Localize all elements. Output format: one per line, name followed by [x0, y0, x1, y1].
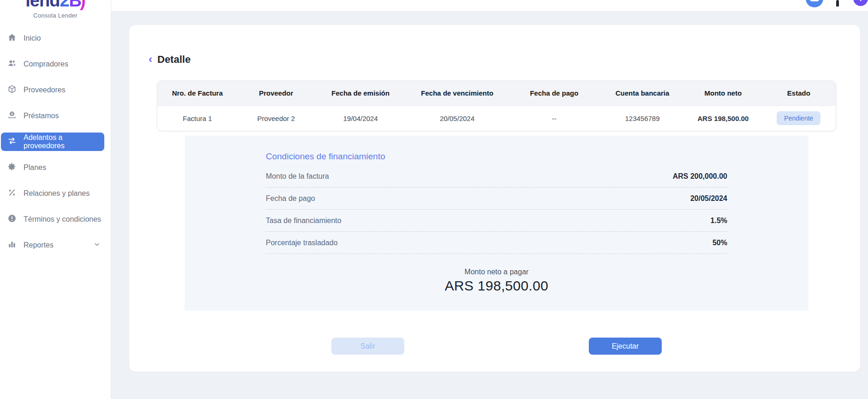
detail-card: ‹ Detalle Nro. de Factura Proveedor Fech…	[129, 25, 860, 372]
condition-label: Fecha de pago	[266, 194, 315, 203]
exclamation-circle-icon	[7, 214, 17, 225]
cell-proveedor: Proveedor 2	[237, 115, 315, 122]
percent-icon	[7, 188, 17, 199]
package-icon	[7, 85, 17, 96]
col-estado: Estado	[762, 89, 836, 97]
sidebar-item-terminos-y-condiciones[interactable]: Términos y condiciones	[1, 210, 104, 229]
condition-label: Porcentaje trasladado	[266, 239, 338, 247]
sidebar-item-label: Compradores	[24, 60, 68, 68]
coin-deposit-icon: $	[7, 110, 17, 121]
col-proveedor: Proveedor	[237, 89, 315, 97]
logo-text-2: 2	[60, 0, 69, 10]
chevron-down-icon[interactable]	[93, 241, 101, 250]
sidebar-item-prestamos[interactable]: $ Préstamos	[1, 107, 104, 125]
net-amount-label: Monto neto a pagar	[185, 268, 808, 276]
sidebar: lend2B) Consola Lender Inicio Compradore…	[0, 0, 111, 399]
condition-label: Tasa de financiamiento	[266, 217, 341, 225]
exit-button[interactable]: Salir	[331, 338, 404, 355]
sidebar-item-label: Reportes	[24, 241, 54, 249]
sidebar-item-adelantos-a-proveedores[interactable]: Adelantos a proveedores	[1, 133, 104, 151]
sidebar-nav: Inicio Compradores Proveedores $ Préstam…	[0, 29, 111, 254]
sidebar-item-proveedores[interactable]: Proveedores	[1, 81, 104, 99]
net-amount-value: ARS 198,500.00	[185, 278, 808, 294]
col-nro-de-factura: Nro. de Factura	[157, 89, 237, 97]
cell-emision: 19/04/2024	[315, 115, 406, 122]
cell-pago: --	[508, 115, 600, 122]
sidebar-item-inicio[interactable]: Inicio	[1, 29, 104, 48]
conditions-panel: Condiciones de financiamiento Monto de l…	[185, 136, 808, 311]
sidebar-item-label: Relaciones y planes	[24, 189, 90, 198]
col-fecha-de-emision: Fecha de emisión	[315, 89, 406, 97]
sidebar-item-label: Inicio	[24, 34, 41, 42]
sidebar-item-label: Proveedores	[24, 86, 66, 94]
cell-monto-neto: ARS 198,500.00	[684, 115, 762, 122]
user-avatar-icon[interactable]	[806, 0, 823, 7]
home-icon	[7, 33, 17, 44]
status-badge: Pendiente	[777, 111, 820, 125]
logo-text-main: lend	[25, 0, 60, 10]
gear-icon	[7, 162, 17, 173]
sidebar-item-relaciones-y-planes[interactable]: Relaciones y planes	[1, 184, 104, 203]
brand-mark-icon[interactable]	[853, 0, 868, 6]
bar-chart-icon	[7, 240, 17, 251]
conditions-rows: Monto de la factura ARS 200,000.00 Fecha…	[266, 165, 727, 254]
condition-value: 20/05/2024	[690, 194, 727, 203]
chevron-left-icon: ‹	[149, 54, 152, 65]
col-fecha-de-vencimiento: Fecha de vencimiento	[406, 89, 508, 97]
condition-row-tasa: Tasa de financiamiento 1.5%	[266, 210, 727, 232]
condition-value: ARS 200,000.00	[673, 172, 727, 181]
logo-swoosh: )	[80, 0, 85, 10]
conditions-title: Condiciones de financiamiento	[266, 151, 385, 162]
condition-value: 50%	[712, 239, 727, 247]
col-cuenta-bancaria: Cuenta bancaria	[600, 89, 684, 97]
sidebar-item-compradores[interactable]: Compradores	[1, 55, 104, 73]
sidebar-item-label: Planes	[24, 163, 46, 172]
app-logo: lend2B)	[0, 0, 111, 11]
invoice-table-header: Nro. de Factura Proveedor Fecha de emisi…	[157, 81, 836, 106]
col-fecha-de-pago: Fecha de pago	[508, 89, 600, 97]
condition-row-monto-factura: Monto de la factura ARS 200,000.00	[266, 165, 727, 187]
back-button[interactable]: ‹ Detalle	[149, 54, 191, 66]
cell-vencimiento: 20/05/2024	[406, 115, 508, 122]
topbar	[111, 0, 868, 12]
sidebar-item-planes[interactable]: Planes	[1, 158, 104, 177]
console-subtitle: Consola Lender	[0, 12, 111, 19]
sidebar-item-reportes[interactable]: Reportes	[1, 236, 104, 254]
filter-icon[interactable]	[832, 0, 843, 2]
cell-cuenta: 123456789	[600, 115, 684, 122]
svg-text:$: $	[11, 112, 13, 116]
execute-button[interactable]: Ejecutar	[589, 338, 662, 355]
sidebar-item-label: Adelantos a proveedores	[24, 133, 104, 150]
invoice-table: Nro. de Factura Proveedor Fecha de emisi…	[157, 80, 836, 131]
condition-label: Monto de la factura	[266, 172, 329, 181]
swap-arrows-icon	[7, 136, 17, 147]
condition-row-porcentaje: Porcentaje trasladado 50%	[266, 232, 727, 254]
cell-nro-factura: Factura 1	[157, 115, 237, 122]
table-row[interactable]: Factura 1 Proveedor 2 19/04/2024 20/05/2…	[157, 106, 836, 131]
net-amount-block: Monto neto a pagar ARS 198,500.00	[185, 268, 808, 294]
sidebar-item-label: Préstamos	[24, 112, 59, 120]
condition-value: 1.5%	[711, 217, 727, 225]
col-monto-neto: Monto neto	[684, 89, 762, 97]
page-title: Detalle	[157, 54, 191, 66]
condition-row-fecha-pago: Fecha de pago 20/05/2024	[266, 187, 727, 210]
sidebar-item-label: Términos y condiciones	[24, 215, 101, 224]
users-icon	[7, 59, 17, 70]
